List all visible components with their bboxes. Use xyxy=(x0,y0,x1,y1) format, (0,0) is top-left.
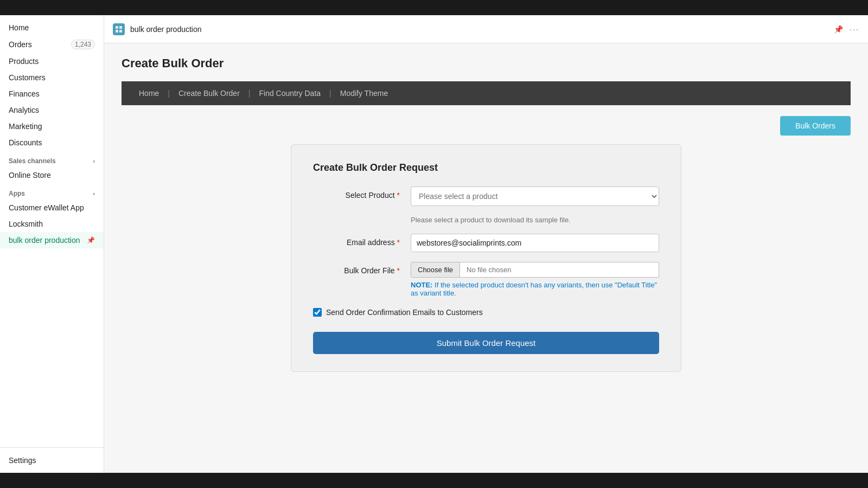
orders-badge: 1,243 xyxy=(71,40,95,49)
choose-file-button[interactable]: Choose file xyxy=(411,262,460,278)
sidebar-item-discounts[interactable]: Discounts xyxy=(0,134,104,151)
app-header-left: bulk order production xyxy=(113,23,202,35)
top-bar xyxy=(0,0,868,15)
form-card-title: Create Bulk Order Request xyxy=(313,162,659,174)
tab-separator-2: | xyxy=(248,89,251,98)
file-row: Bulk Order File * Choose file No file ch… xyxy=(313,262,659,297)
tab-separator-3: | xyxy=(329,89,331,98)
email-input-area xyxy=(411,234,659,252)
sidebar-item-ewallet[interactable]: Customer eWallet App xyxy=(0,200,104,216)
sidebar-item-bulk-order-production[interactable]: bulk order production 📌 xyxy=(0,232,104,248)
nav-tabs-bar: Home | Create Bulk Order | Find Country … xyxy=(122,81,851,105)
file-input-area: Choose file No file chosen NOTE: If the … xyxy=(411,262,659,297)
apps-header[interactable]: Apps › xyxy=(0,183,104,200)
app-header: bulk order production 📌 ··· xyxy=(104,15,868,43)
svg-rect-3 xyxy=(119,30,122,33)
select-product-required: * xyxy=(397,191,400,200)
select-product-label: Select Product * xyxy=(313,187,411,200)
main-content: bulk order production 📌 ··· Create Bulk … xyxy=(104,15,868,473)
sidebar-item-marketing[interactable]: Marketing xyxy=(0,118,104,134)
svg-rect-1 xyxy=(119,26,122,29)
sidebar: Home Orders 1,243 Products Customers Fin… xyxy=(0,15,104,473)
bottom-bar xyxy=(0,473,868,488)
email-row: Email address * xyxy=(313,234,659,252)
svg-rect-2 xyxy=(116,30,118,33)
page-area: Create Bulk Order Home | Create Bulk Ord… xyxy=(104,43,868,473)
sidebar-item-home[interactable]: Home xyxy=(0,20,104,36)
sidebar-item-customers[interactable]: Customers xyxy=(0,69,104,86)
email-input[interactable] xyxy=(411,234,659,252)
select-product-input-area: Please select a product xyxy=(411,187,659,206)
select-product-row: Select Product * Please select a product xyxy=(313,187,659,206)
svg-rect-0 xyxy=(116,26,118,29)
sales-channels-chevron-icon: › xyxy=(93,158,95,164)
file-input-wrapper: Choose file No file chosen xyxy=(411,262,659,278)
note-body: If the selected product doesn't has any … xyxy=(411,281,657,297)
checkbox-row: Send Order Confirmation Emails to Custom… xyxy=(313,308,659,317)
sidebar-item-online-store[interactable]: Online Store xyxy=(0,167,104,183)
tab-create-bulk-order[interactable]: Create Bulk Order xyxy=(172,85,246,102)
sidebar-item-locksmith[interactable]: Locksmith xyxy=(0,216,104,232)
note-label: NOTE: xyxy=(411,281,432,289)
sidebar-item-products[interactable]: Products xyxy=(0,53,104,69)
email-label: Email address * xyxy=(313,234,411,247)
sales-channels-header[interactable]: Sales channels › xyxy=(0,151,104,167)
select-product-dropdown[interactable]: Please select a product xyxy=(411,187,659,206)
file-required: * xyxy=(397,266,400,275)
send-confirmation-checkbox[interactable] xyxy=(313,308,322,317)
file-label: Bulk Order File * xyxy=(313,262,411,275)
app-header-title: bulk order production xyxy=(130,25,202,34)
app-header-right: 📌 ··· xyxy=(834,25,859,34)
send-confirmation-label[interactable]: Send Order Confirmation Emails to Custom… xyxy=(326,308,483,317)
header-pin-icon[interactable]: 📌 xyxy=(834,25,843,34)
sidebar-item-analytics[interactable]: Analytics xyxy=(0,102,104,118)
form-card: Create Bulk Order Request Select Product… xyxy=(291,144,681,372)
tab-home[interactable]: Home xyxy=(132,85,165,102)
tab-modify-theme[interactable]: Modify Theme xyxy=(334,85,394,102)
submit-button[interactable]: Submit Bulk Order Request xyxy=(313,332,659,354)
sidebar-item-settings[interactable]: Settings xyxy=(0,452,104,468)
email-required: * xyxy=(397,238,400,247)
product-hint: Please select a product to download its … xyxy=(313,216,659,224)
top-actions: Bulk Orders xyxy=(122,116,851,136)
header-more-icon[interactable]: ··· xyxy=(850,25,859,34)
apps-chevron-icon: › xyxy=(93,190,95,197)
sidebar-item-orders[interactable]: Orders 1,243 xyxy=(0,36,104,53)
page-title: Create Bulk Order xyxy=(122,56,851,70)
tab-find-country-data[interactable]: Find Country Data xyxy=(252,85,327,102)
file-name-display: No file chosen xyxy=(460,262,659,278)
app-icon xyxy=(113,23,125,35)
bulk-orders-button[interactable]: Bulk Orders xyxy=(780,116,851,136)
bulk-order-pin-icon: 📌 xyxy=(87,236,95,244)
tab-separator-1: | xyxy=(168,89,170,98)
sidebar-item-finances[interactable]: Finances xyxy=(0,86,104,102)
file-note: NOTE: If the selected product doesn't ha… xyxy=(411,281,659,297)
